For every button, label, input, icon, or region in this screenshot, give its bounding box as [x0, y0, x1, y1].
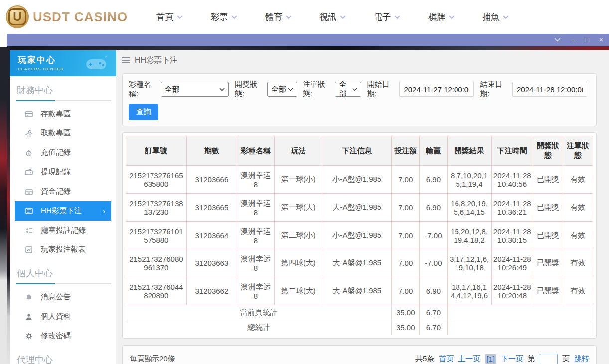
cell-bet-amount: 7.00: [392, 166, 420, 194]
bets-table: 訂單號 期數 彩種名稱 玩法 下注信息 投注額 輸贏 開獎結果 下注時間 開獎狀…: [126, 136, 593, 335]
logo-text: USDT CASINO: [33, 9, 128, 25]
cell-lottery-name: 澳洲幸运8: [237, 194, 274, 222]
sidebar-item-notices[interactable]: 消息公告: [10, 287, 116, 307]
jump-button[interactable]: 跳转: [574, 354, 589, 364]
nav-item-cards[interactable]: 棋牌: [428, 11, 455, 23]
cell-period: 31203664: [186, 222, 237, 249]
draw-status-label: 開獎狀態:: [235, 80, 264, 99]
jump-suffix-label: 页: [562, 354, 570, 364]
page-summary-bet-total: 35.00: [392, 305, 420, 320]
funds-record-icon: [25, 188, 33, 195]
cell-lottery-name: 澳洲幸运8: [237, 249, 274, 277]
cell-bet-info: 大-A盤@1.985: [322, 277, 392, 305]
cell-winloss: 6.90: [420, 166, 447, 194]
nav-item-slots[interactable]: 電子: [374, 11, 400, 23]
sidebar: 玩家中心 PLAYERS CENTER 財務中心 存款專區 取款專區: [10, 50, 116, 364]
cell-period: 31203666: [186, 166, 237, 194]
sidebar-item-change-password[interactable]: 修改密碼: [10, 326, 116, 346]
nav-item-live[interactable]: 視訊: [319, 11, 346, 23]
sidebar-item-profile[interactable]: 個人資料: [10, 307, 116, 326]
col-header-lottery-name: 彩種名稱: [237, 136, 274, 166]
col-header-draw-status: 開獎狀態: [533, 136, 563, 166]
cell-bet-time: 2024-11-28 10:26:49: [491, 249, 533, 277]
menu-toggle-icon[interactable]: [122, 57, 130, 63]
table-row: 2152173276044820890 31203662 澳洲幸运8 第二球(大…: [126, 277, 593, 305]
gamepad-icon: [83, 54, 109, 72]
window-maximize-icon[interactable]: □: [585, 36, 589, 43]
current-page-indicator[interactable]: [1]: [485, 354, 496, 364]
nav-item-lottery[interactable]: 彩票: [211, 11, 237, 23]
page-summary-row: 當前頁統計 35.00 6.70: [126, 305, 593, 320]
window-close-icon[interactable]: ×: [599, 36, 603, 43]
deposit-icon: [25, 111, 33, 118]
window-controls: − □ ×: [554, 36, 603, 43]
sidebar-item-deposit[interactable]: 存款專區: [10, 104, 116, 123]
recharge-record-icon: [25, 149, 33, 156]
sidebar-item-player-report[interactable]: 玩家投注報表: [10, 240, 116, 259]
col-header-winloss: 輸贏: [420, 136, 447, 166]
table-row: 2152173276138137230 31203665 澳洲幸运8 第一球(大…: [126, 194, 593, 222]
cell-draw-status: 已開獎: [533, 222, 563, 249]
cell-bet-info: 大-A盤@1.985: [322, 194, 392, 222]
sidebar-item-hh-lottery-bets[interactable]: HH彩票下注 ›: [15, 201, 111, 221]
prev-page-link[interactable]: 上一页: [458, 354, 480, 364]
section-title-personal: 個人中心: [10, 259, 116, 283]
grand-summary-bet-total: 35.00: [392, 320, 420, 335]
chevron-down-icon: [449, 15, 455, 19]
query-button[interactable]: 查詢: [129, 104, 158, 120]
bets-table-panel: 訂單號 期數 彩種名稱 玩法 下注信息 投注額 輸贏 開獎結果 下注時間 開獎狀…: [122, 132, 597, 339]
order-status-select[interactable]: 全部: [335, 82, 361, 97]
end-date-label: 結束日期:: [480, 80, 509, 99]
cell-bet-time: 2024-11-28 10:40:56: [491, 166, 533, 194]
draw-status-select[interactable]: 全部: [267, 82, 297, 97]
cell-draw-result: 8,7,10,20,15,1,19,4: [447, 166, 491, 194]
section-title-finance: 財務中心: [10, 76, 116, 100]
section-underline: [16, 100, 111, 101]
sidebar-item-withdrawal-record[interactable]: 提現記錄: [10, 162, 116, 182]
cell-bet-info: 小-A盤@1.985: [322, 166, 392, 194]
start-date-input[interactable]: [399, 82, 474, 97]
cell-lottery-name: 澳洲幸运8: [237, 222, 274, 249]
col-header-bet-time: 下注時間: [491, 136, 533, 166]
cell-order-no: 2152173276138137230: [126, 194, 187, 222]
nav-item-home[interactable]: 首頁: [156, 11, 183, 23]
page-jump-input[interactable]: [540, 354, 558, 364]
chevron-down-icon: [286, 15, 292, 19]
chevron-down-icon: [340, 15, 346, 19]
end-date-input[interactable]: [512, 82, 587, 97]
sidebar-item-recharge-record[interactable]: 充值記錄: [10, 143, 116, 162]
logo[interactable]: U USDT CASINO: [6, 5, 128, 28]
window-collapse-icon[interactable]: [554, 38, 561, 42]
col-header-period: 期數: [186, 136, 237, 166]
cell-order-status: 有效: [563, 222, 593, 249]
cell-draw-status: 已開獎: [533, 249, 563, 277]
main-content: HH彩票下注 彩種名稱: 全部 開獎狀態: 全部 注單狀態:: [116, 46, 609, 364]
cell-order-status: 有效: [563, 194, 593, 222]
nav-item-sports[interactable]: 體育: [265, 11, 292, 23]
chevron-down-icon: [231, 15, 237, 19]
window-titlebar: − □ ×: [7, 33, 609, 46]
cell-period: 31203665: [186, 194, 237, 222]
lottery-bet-icon: [25, 208, 33, 214]
player-center-window: − □ × 玩家中心 PLAYERS CENTER 財務中心: [7, 33, 609, 364]
nav-item-fishing[interactable]: 捕魚: [482, 11, 509, 23]
col-header-bet-amount: 投注額: [392, 136, 420, 166]
cell-playtype: 第一球(小): [274, 166, 322, 194]
cell-winloss: 6.90: [420, 277, 447, 305]
cell-bet-time: 2024-11-28 10:36:21: [491, 194, 533, 222]
chevron-down-icon: [177, 15, 183, 19]
next-page-link[interactable]: 下一页: [501, 354, 523, 364]
cell-order-status: 有效: [563, 277, 593, 305]
sidebar-item-withdraw[interactable]: 取款專區: [10, 123, 116, 143]
cell-draw-result: 16,8,20,19,5,6,14,15: [447, 194, 491, 222]
window-minimize-icon[interactable]: −: [571, 36, 575, 43]
lottery-name-select[interactable]: 全部: [161, 82, 229, 97]
chevron-down-icon: [394, 15, 400, 19]
main-menu: 首頁 彩票 體育 視訊 電子 棋牌 捕魚: [156, 11, 509, 23]
sidebar-item-room-bet-record[interactable]: 廳室投註記錄: [10, 221, 116, 240]
sidebar-item-funds-record[interactable]: 資金記錄: [10, 182, 116, 201]
cell-winloss: -7.00: [420, 249, 447, 277]
cell-order-no: 2152173276165635800: [126, 166, 187, 194]
col-header-order-status: 注單狀態: [563, 136, 593, 166]
first-page-link[interactable]: 首页: [439, 354, 454, 364]
